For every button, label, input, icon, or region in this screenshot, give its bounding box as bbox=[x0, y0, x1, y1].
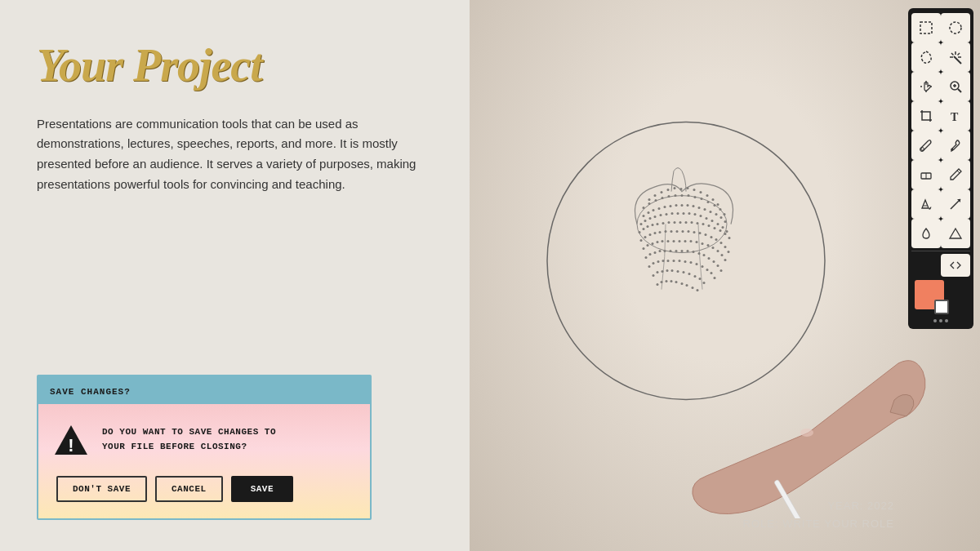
zoom-tool[interactable] bbox=[941, 72, 970, 101]
dialog-body: ! DO YOU WANT TO SAVE CHANGES TO YOUR FI… bbox=[38, 404, 370, 518]
svg-point-165 bbox=[697, 289, 699, 291]
svg-rect-169 bbox=[920, 22, 932, 33]
svg-point-10 bbox=[687, 187, 689, 189]
sketch-background: YEAR: 2022 ROLE: WRITE YOUR ROLE bbox=[470, 0, 980, 551]
svg-point-12 bbox=[700, 191, 702, 193]
svg-point-75 bbox=[702, 223, 705, 225]
svg-point-63 bbox=[639, 231, 641, 233]
dialog-message-line1: DO YOU WANT TO SAVE CHANGES TO bbox=[102, 425, 276, 440]
svg-point-183 bbox=[951, 149, 954, 151]
svg-point-143 bbox=[706, 269, 709, 271]
svg-point-170 bbox=[950, 22, 961, 33]
svg-point-43 bbox=[715, 213, 718, 216]
svg-point-28 bbox=[719, 208, 722, 211]
primary-color-swatch[interactable] bbox=[915, 280, 944, 309]
text-tool[interactable]: T bbox=[941, 101, 970, 131]
svg-point-6 bbox=[661, 191, 663, 193]
svg-point-52 bbox=[671, 212, 674, 215]
svg-point-33 bbox=[658, 207, 661, 210]
rect-select-tool[interactable] bbox=[911, 13, 941, 42]
drop-tool[interactable] bbox=[911, 219, 941, 248]
svg-point-49 bbox=[654, 216, 657, 218]
transform-tool[interactable] bbox=[941, 254, 970, 277]
svg-point-9 bbox=[680, 188, 683, 190]
svg-point-164 bbox=[692, 287, 694, 289]
eyedropper-tool[interactable] bbox=[941, 131, 970, 160]
svg-point-82 bbox=[644, 236, 647, 238]
toolbar-row-7 bbox=[911, 189, 970, 219]
svg-point-140 bbox=[690, 261, 693, 264]
dialog-message-row: ! DO YOU WANT TO SAVE CHANGES TO YOUR FI… bbox=[53, 422, 355, 458]
svg-point-96 bbox=[720, 242, 723, 244]
eraser-tool[interactable] bbox=[911, 160, 941, 189]
svg-point-132 bbox=[648, 265, 651, 268]
svg-point-37 bbox=[681, 204, 684, 207]
svg-point-64 bbox=[643, 228, 645, 230]
magic-wand-tool[interactable] bbox=[941, 42, 970, 72]
line-tool[interactable] bbox=[941, 189, 970, 219]
secondary-color-swatch[interactable] bbox=[934, 300, 949, 314]
svg-point-18 bbox=[655, 199, 657, 202]
svg-point-141 bbox=[696, 263, 698, 265]
svg-point-57 bbox=[700, 215, 702, 217]
svg-point-23 bbox=[688, 194, 690, 197]
crop-tool[interactable] bbox=[911, 101, 941, 131]
svg-point-20 bbox=[668, 195, 670, 198]
svg-point-112 bbox=[712, 247, 715, 249]
svg-point-100 bbox=[647, 244, 649, 247]
triangle-tool[interactable] bbox=[941, 219, 970, 248]
toolbar-divider bbox=[911, 251, 970, 251]
fill-tool[interactable] bbox=[911, 189, 941, 219]
svg-point-142 bbox=[702, 265, 704, 268]
save-dialog: SAVE CHANGES? ! DO YOU WANT TO SAVE CHAN… bbox=[37, 375, 372, 520]
svg-point-27 bbox=[714, 204, 716, 207]
svg-point-108 bbox=[690, 240, 693, 242]
svg-point-163 bbox=[686, 284, 688, 287]
cancel-button[interactable]: CANCEL bbox=[155, 476, 223, 502]
svg-point-53 bbox=[677, 212, 679, 215]
svg-point-46 bbox=[640, 223, 643, 225]
svg-point-5 bbox=[654, 194, 657, 197]
svg-point-101 bbox=[652, 242, 654, 245]
pencil-tool[interactable] bbox=[941, 160, 970, 189]
svg-point-67 bbox=[657, 223, 659, 225]
svg-point-58 bbox=[706, 217, 708, 220]
svg-point-129 bbox=[713, 260, 715, 263]
dont-save-button[interactable]: DON'T SAVE bbox=[56, 476, 147, 502]
dialog-header: SAVE CHANGES? bbox=[38, 376, 370, 404]
toolbar-row-arrow bbox=[911, 254, 970, 277]
svg-point-25 bbox=[701, 198, 703, 200]
svg-point-40 bbox=[698, 207, 701, 209]
svg-point-90 bbox=[688, 230, 690, 233]
toolbar-row-2 bbox=[911, 42, 970, 72]
ellipse-select-tool[interactable] bbox=[941, 13, 970, 42]
toolbar: T bbox=[908, 8, 973, 329]
lasso-tool[interactable] bbox=[911, 42, 941, 72]
svg-point-26 bbox=[707, 201, 710, 203]
svg-point-95 bbox=[715, 238, 718, 241]
svg-point-91 bbox=[693, 231, 696, 233]
svg-point-84 bbox=[654, 232, 657, 234]
svg-point-78 bbox=[719, 229, 722, 232]
svg-point-124 bbox=[687, 250, 689, 252]
svg-point-31 bbox=[648, 211, 650, 214]
brush-tool[interactable] bbox=[911, 131, 941, 160]
pan-tool[interactable] bbox=[911, 72, 941, 101]
svg-point-85 bbox=[659, 231, 662, 233]
toolbar-row-4: T bbox=[911, 101, 970, 131]
dialog-message-line2: YOUR FILE BEFORE CLOSING? bbox=[102, 440, 276, 455]
svg-point-68 bbox=[662, 222, 665, 224]
svg-line-178 bbox=[958, 89, 961, 92]
svg-point-4 bbox=[648, 198, 651, 201]
svg-point-99 bbox=[643, 247, 645, 250]
svg-point-44 bbox=[720, 216, 723, 219]
svg-point-15 bbox=[717, 203, 719, 206]
svg-point-30 bbox=[643, 215, 645, 217]
color-swatches bbox=[915, 280, 949, 314]
svg-marker-190 bbox=[950, 229, 961, 238]
save-button[interactable]: SAVE bbox=[231, 476, 293, 502]
svg-point-79 bbox=[724, 233, 727, 235]
toolbar-more[interactable] bbox=[911, 316, 970, 324]
svg-point-116 bbox=[645, 256, 648, 259]
svg-point-34 bbox=[664, 206, 666, 208]
